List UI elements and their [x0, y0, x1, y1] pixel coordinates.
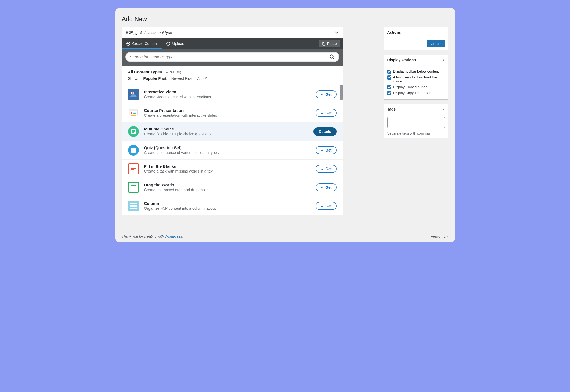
svg-rect-16 [132, 149, 135, 149]
content-type-title: Course Presentation [144, 108, 313, 113]
content-type-row[interactable]: ColumnOrganize H5P content into a column… [122, 197, 343, 215]
content-type-title: Fill in the Blanks [144, 164, 313, 169]
get-button[interactable]: Get [316, 183, 336, 191]
display-option-label: Display Embed button [393, 85, 427, 89]
download-icon [320, 149, 324, 152]
tags-heading[interactable]: Tags ▲ [384, 104, 448, 114]
h5p-hub-panel: H5Phub Select content type Create Conten… [122, 27, 343, 215]
radio-selected-icon [126, 42, 130, 46]
hub-header[interactable]: H5Phub Select content type [122, 27, 343, 38]
content-type-title: Drag the Words [144, 183, 313, 187]
tab-label: Upload [172, 42, 184, 46]
content-type-title: Multiple Choice [144, 127, 310, 131]
show-label: Show: [128, 76, 139, 81]
paste-button[interactable]: Paste [319, 40, 340, 47]
svg-rect-13 [132, 131, 135, 132]
chevron-down-icon [335, 31, 339, 34]
get-button[interactable]: Get [316, 146, 336, 154]
content-type-description: Create videos enriched with interactions [144, 95, 313, 99]
tab-upload[interactable]: Upload [162, 38, 188, 49]
svg-rect-19 [131, 167, 136, 167]
search-input[interactable] [130, 54, 329, 59]
display-options-box: Display Options ▲ Display toolbar below … [384, 55, 448, 100]
content-type-icon [128, 145, 139, 156]
scrollbar-thumb[interactable] [340, 85, 343, 100]
content-type-description: Create flexible multiple choice question… [144, 132, 310, 136]
svg-rect-9 [133, 112, 136, 112]
tags-input[interactable] [387, 117, 445, 128]
get-label: Get [325, 92, 331, 97]
tags-box: Tags ▲ Separate tags with commas [384, 104, 448, 138]
get-button[interactable]: Get [316, 202, 336, 210]
page-title: Add New [122, 16, 448, 23]
hub-tabbar: Create Content Upload Paste [122, 38, 343, 49]
svg-rect-21 [131, 169, 134, 170]
svg-rect-20 [131, 168, 136, 169]
select-content-type-label: Select content type [140, 30, 172, 35]
tab-label: Create Content [132, 42, 158, 46]
display-option-row[interactable]: Display Copyright button [387, 91, 445, 95]
svg-rect-14 [132, 132, 134, 133]
content-type-icon [128, 126, 139, 137]
get-button[interactable]: Get [316, 90, 336, 98]
results-count: (52 results) [164, 70, 181, 74]
download-icon [320, 186, 324, 189]
svg-rect-12 [132, 130, 135, 131]
content-type-row[interactable]: Multiple ChoiceCreate flexible multiple … [122, 122, 343, 141]
tags-help-text: Separate tags with commas [387, 131, 445, 135]
version-label: Version 6.7 [431, 234, 448, 238]
content-type-title: Quiz (Question Set) [144, 145, 313, 150]
display-options-heading[interactable]: Display Options ▲ [384, 55, 448, 65]
svg-rect-27 [130, 205, 137, 207]
h5p-logo: H5Phub [126, 30, 137, 35]
content-type-row[interactable]: Fill in the BlanksCreate a task with mis… [122, 159, 343, 178]
display-option-checkbox[interactable] [387, 85, 391, 89]
content-type-row[interactable]: Quiz (Question Set)Create a sequence of … [122, 141, 343, 159]
display-option-checkbox[interactable] [387, 75, 391, 80]
sort-newest-first[interactable]: Newest First [171, 76, 192, 81]
display-option-checkbox[interactable] [387, 91, 391, 95]
display-option-label: Display toolbar below content [393, 69, 439, 73]
actions-heading: Actions [384, 27, 448, 37]
get-label: Get [325, 167, 331, 171]
triangle-up-icon: ▲ [442, 108, 445, 111]
results-title: All Content Types [128, 70, 162, 74]
content-type-title: Interactive Video [144, 90, 313, 94]
download-icon [320, 204, 324, 208]
display-option-row[interactable]: Display toolbar below content [387, 69, 445, 74]
display-option-checkbox[interactable] [387, 70, 391, 74]
display-option-row[interactable]: Allow users to download the content [387, 75, 445, 83]
content-type-row[interactable]: Interactive VideoCreate videos enriched … [122, 85, 343, 104]
get-button[interactable]: Get [316, 109, 336, 117]
actions-box: Actions Create [384, 27, 448, 50]
sort-popular-first[interactable]: Popular First [143, 76, 166, 81]
content-type-row[interactable]: Course PresentationCreate a presentation… [122, 104, 343, 122]
search-icon[interactable] [329, 54, 335, 60]
get-button[interactable]: Get [316, 165, 336, 173]
get-label: Get [325, 111, 331, 115]
content-type-icon [128, 108, 139, 118]
svg-rect-7 [129, 109, 137, 111]
get-label: Get [325, 148, 331, 152]
svg-rect-26 [130, 203, 137, 204]
content-type-description: Create a presentation with interactive s… [144, 113, 313, 118]
content-type-row[interactable]: Drag the WordsCreate text-based drag and… [122, 178, 343, 197]
get-label: Get [325, 185, 331, 190]
tab-create-content[interactable]: Create Content [122, 38, 162, 49]
sort-a-to-z[interactable]: A to Z [197, 76, 207, 81]
download-icon [320, 111, 324, 115]
radio-unselected-icon [166, 42, 170, 46]
results-header: All Content Types (52 results) Show: Pop… [122, 66, 343, 82]
create-button[interactable]: Create [427, 40, 445, 47]
search-bar-area [122, 49, 343, 66]
download-icon [320, 93, 324, 96]
display-option-row[interactable]: Display Embed button [387, 85, 445, 89]
svg-rect-24 [131, 188, 134, 188]
content-type-description: Create text-based drag and drop tasks [144, 188, 313, 192]
content-type-description: Organize H5P content into a column layou… [144, 206, 313, 211]
svg-rect-28 [130, 208, 137, 209]
svg-rect-17 [132, 150, 135, 150]
wordpress-link[interactable]: WordPress [165, 234, 182, 238]
details-button[interactable]: Details [313, 127, 337, 136]
content-type-icon [128, 182, 139, 193]
